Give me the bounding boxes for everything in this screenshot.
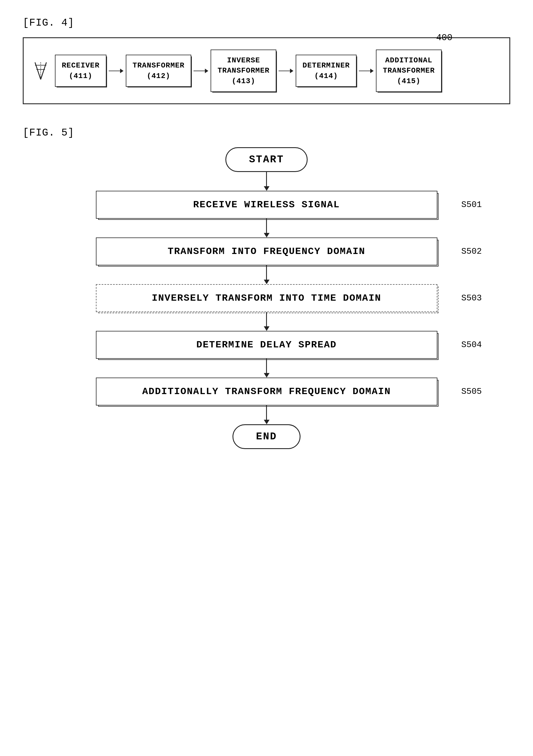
- step-s503-box: INVERSELY TRANSFORM INTO TIME DOMAIN: [96, 284, 437, 312]
- fig4-number: 400: [436, 33, 452, 43]
- arrow-s503-s504: [264, 312, 269, 331]
- fig5-label: [FIG. 5]: [23, 127, 510, 139]
- start-terminal: START: [225, 147, 308, 172]
- arrow-2: [193, 68, 208, 73]
- determiner-block: DETERMINER (414): [296, 55, 357, 87]
- transformer-block: TRANSFORMER (412): [126, 55, 191, 87]
- arrow-start-s501: [264, 172, 269, 191]
- fig5-flowchart: START RECEIVE WIRELESS SIGNAL S501 TRANS…: [23, 147, 510, 449]
- step-s504-row: DETERMINE DELAY SPREAD S504: [23, 331, 510, 359]
- additional-transformer-block: ADDITIONAL TRANSFORMER (415): [376, 49, 442, 92]
- arrow-s501-s502: [264, 219, 269, 237]
- step-s505-row: ADDITIONALLY TRANSFORM FREQUENCY DOMAIN …: [23, 378, 510, 405]
- antenna-icon: [32, 60, 49, 82]
- arrow-s504-s505: [264, 359, 269, 378]
- step-s505-box: ADDITIONALLY TRANSFORM FREQUENCY DOMAIN: [96, 378, 437, 405]
- arrow-s505-end: [264, 405, 269, 424]
- step-s503-row: INVERSELY TRANSFORM INTO TIME DOMAIN S50…: [23, 284, 510, 312]
- step-s504-box: DETERMINE DELAY SPREAD: [96, 331, 437, 359]
- step-s502-row: TRANSFORM INTO FREQUENCY DOMAIN S502: [23, 237, 510, 265]
- step-s503-label: S503: [461, 293, 482, 303]
- step-s505-label: S505: [461, 387, 482, 396]
- fig4-diagram: 400 RECEIVER (411) TRANSFORMER (412) INV…: [23, 37, 510, 104]
- fig4-label: [FIG. 4]: [23, 17, 510, 29]
- step-s504-label: S504: [461, 340, 482, 350]
- arrow-4: [359, 68, 374, 73]
- receiver-block: RECEIVER (411): [55, 55, 106, 87]
- end-terminal: END: [233, 424, 301, 449]
- step-s501-row: RECEIVE WIRELESS SIGNAL S501: [23, 191, 510, 219]
- arrow-s502-s503: [264, 265, 269, 284]
- step-s501-label: S501: [461, 200, 482, 209]
- arrow-1: [109, 68, 123, 73]
- arrow-3: [279, 68, 293, 73]
- step-s501-box: RECEIVE WIRELESS SIGNAL: [96, 191, 437, 219]
- step-s502-label: S502: [461, 247, 482, 256]
- inverse-transformer-block: INVERSE TRANSFORMER (413): [211, 49, 276, 92]
- step-s502-box: TRANSFORM INTO FREQUENCY DOMAIN: [96, 237, 437, 265]
